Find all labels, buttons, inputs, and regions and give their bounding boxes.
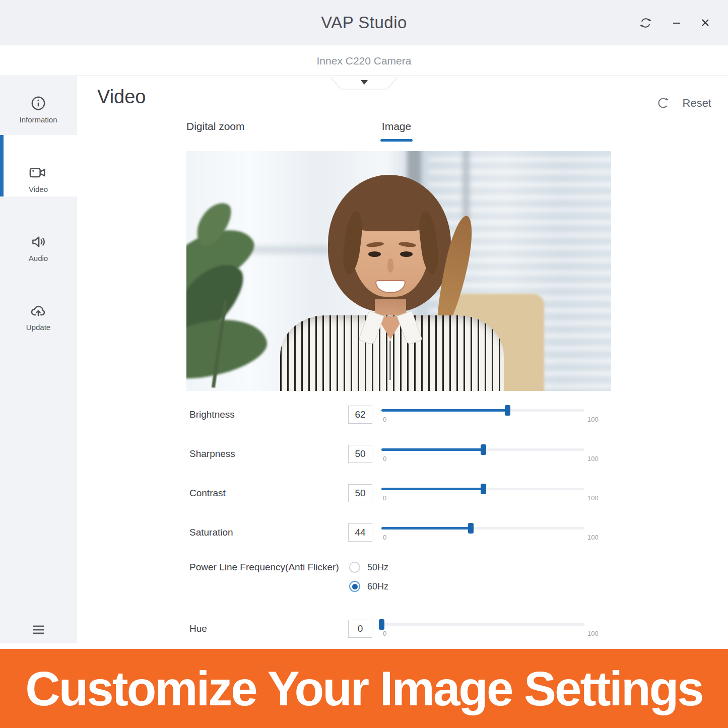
- titlebar: VAP Studio: [0, 0, 728, 45]
- tab-image[interactable]: Image: [376, 120, 417, 142]
- info-icon: [29, 95, 48, 112]
- preview-person: [276, 167, 508, 391]
- person-eye: [400, 251, 413, 257]
- hue-slider[interactable]: 0 100: [381, 620, 584, 638]
- sidebar-item-audio[interactable]: Audio: [0, 222, 77, 277]
- contrast-label: Contrast: [189, 484, 226, 502]
- slider-thumb[interactable]: [481, 484, 486, 494]
- saturation-row: Saturation 44 0 100: [77, 523, 728, 544]
- brightness-row: Brightness 62 0 100: [77, 406, 728, 426]
- person-eye: [368, 251, 381, 257]
- reset-button[interactable]: Reset: [656, 96, 711, 110]
- radio-60hz[interactable]: 60Hz: [349, 581, 388, 592]
- sidebar-item-label: Information: [0, 115, 77, 124]
- brightness-slider[interactable]: 0 100: [381, 406, 584, 424]
- slider-max-label: 100: [587, 534, 599, 541]
- video-camera-icon: [29, 164, 48, 181]
- slider-track: [381, 448, 584, 451]
- person-nose: [387, 258, 393, 273]
- slider-max-label: 100: [587, 494, 599, 502]
- close-icon: [701, 18, 710, 27]
- slider-fill: [381, 488, 483, 490]
- slider-min-label: 0: [383, 630, 386, 637]
- saturation-label: Saturation: [189, 523, 233, 542]
- page-title: Video: [97, 86, 146, 108]
- radio-circle-icon: [349, 581, 360, 592]
- tab-digital-zoom[interactable]: Digital zoom: [186, 120, 245, 133]
- contrast-slider[interactable]: 0 100: [381, 484, 584, 502]
- window-controls: [639, 0, 710, 45]
- power-line-frequency-row: Power Line Frequency(Anti Flicker) 50Hz …: [77, 558, 728, 601]
- menu-button[interactable]: [31, 623, 46, 637]
- radio-dot: [352, 584, 358, 589]
- sidebar-item-label: Update: [0, 323, 77, 332]
- brightness-value-field[interactable]: 62: [348, 406, 372, 424]
- reset-label: Reset: [683, 97, 711, 110]
- slider-track: [381, 527, 584, 530]
- saturation-slider[interactable]: 0 100: [381, 523, 584, 542]
- device-name: Innex C220 Camera: [0, 46, 728, 76]
- chevron-down-icon: [361, 80, 368, 85]
- slider-fill: [381, 527, 471, 530]
- slider-min-label: 0: [383, 494, 386, 502]
- sidebar-item-information[interactable]: Information: [0, 83, 77, 139]
- slider-min-label: 0: [383, 534, 386, 541]
- slider-track: [381, 488, 584, 490]
- slider-track: [381, 623, 584, 626]
- slider-max-label: 100: [587, 455, 599, 462]
- slider-thumb[interactable]: [468, 523, 474, 534]
- minimize-icon: [672, 18, 682, 28]
- cloud-upload-icon: [29, 302, 48, 319]
- radio-50hz[interactable]: 50Hz: [349, 562, 388, 573]
- slider-min-label: 0: [383, 455, 386, 462]
- hue-value-field[interactable]: 0: [348, 620, 372, 638]
- minimize-button[interactable]: [672, 18, 682, 28]
- device-bar: Innex C220 Camera: [0, 46, 728, 76]
- camera-preview: [186, 151, 611, 391]
- contrast-row: Contrast 50 0 100: [77, 484, 728, 504]
- hamburger-icon: [31, 623, 46, 637]
- sidebar-item-update[interactable]: Update: [0, 291, 77, 346]
- sidebar-item-label: Audio: [0, 254, 77, 262]
- sharpness-slider[interactable]: 0 100: [381, 445, 584, 463]
- slider-thumb[interactable]: [505, 405, 510, 416]
- slider-fill: [381, 409, 507, 412]
- person-shirt-placket: [389, 341, 391, 380]
- sidebar-item-video[interactable]: Video: [0, 135, 77, 196]
- radio-circle-icon: [349, 562, 360, 573]
- reset-refresh-icon: [656, 96, 670, 110]
- contrast-value-field[interactable]: 50: [348, 484, 372, 502]
- banner-text: Customize Your Image Settings: [25, 661, 702, 716]
- refresh-icon: [639, 16, 652, 30]
- saturation-value-field[interactable]: 44: [348, 523, 372, 542]
- slider-thumb[interactable]: [481, 444, 486, 455]
- active-tab-underline: [380, 139, 413, 142]
- speaker-icon: [29, 233, 48, 250]
- sharpness-row: Sharpness 50 0 100: [77, 445, 728, 465]
- sidebar: Information Video Audi: [0, 76, 77, 643]
- refresh-button[interactable]: [639, 16, 652, 30]
- app-window: VAP Studio: [0, 0, 728, 728]
- sidebar-item-label: Video: [0, 185, 77, 193]
- main-content: Video Reset Digital zoom Image: [77, 76, 728, 643]
- sharpness-label: Sharpness: [189, 445, 235, 463]
- hue-row: Hue 0 0 100: [77, 620, 728, 640]
- slider-track: [381, 409, 584, 412]
- slider-min-label: 0: [383, 416, 386, 423]
- power-line-frequency-label: Power Line Frequency(Anti Flicker): [189, 558, 339, 576]
- app-title: VAP Studio: [0, 0, 728, 45]
- slider-max-label: 100: [587, 416, 599, 423]
- slider-thumb[interactable]: [379, 619, 384, 630]
- slider-max-label: 100: [587, 630, 599, 637]
- banner: Customize Your Image Settings: [0, 649, 728, 728]
- sharpness-value-field[interactable]: 50: [348, 445, 372, 463]
- close-button[interactable]: [701, 18, 710, 27]
- brightness-label: Brightness: [189, 406, 235, 424]
- hue-label: Hue: [189, 620, 207, 638]
- device-collapse-tab[interactable]: [330, 76, 398, 89]
- slider-fill: [381, 448, 483, 451]
